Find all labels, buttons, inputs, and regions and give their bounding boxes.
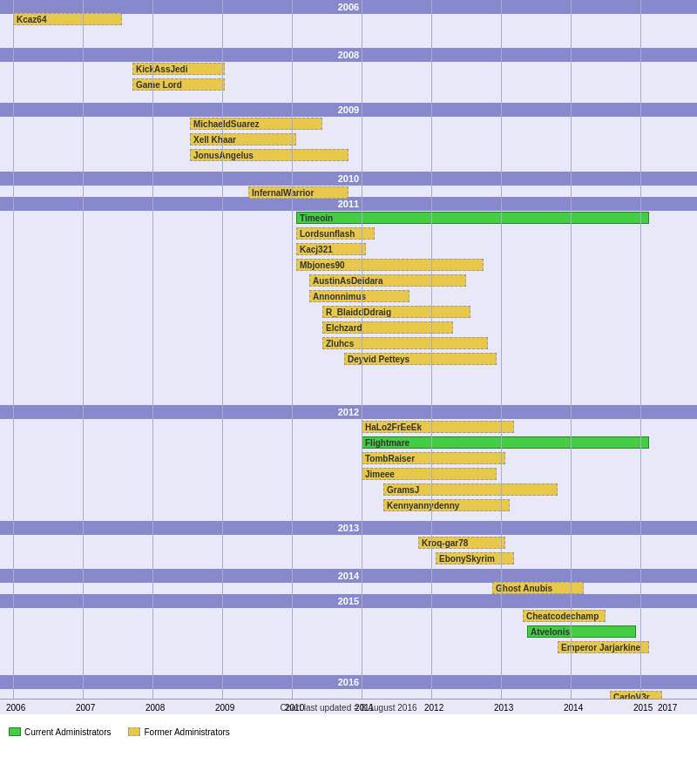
year-header-2010: 2010 bbox=[0, 172, 697, 186]
bar-tombraiser: TombRaiser bbox=[362, 452, 505, 464]
year-header-2009: 2009 bbox=[0, 103, 697, 117]
bar-atvelonis: Atvelonis bbox=[527, 625, 636, 638]
legend-former-label: Former Administrators bbox=[144, 727, 229, 737]
bar-infernalwarrior: InfernalWarrior bbox=[248, 186, 348, 199]
gridline-2009 bbox=[222, 0, 223, 699]
gridline-2010 bbox=[292, 0, 293, 699]
year-header-2012: 2012 bbox=[0, 405, 697, 419]
bar-gamelord: Game Lord bbox=[132, 78, 225, 91]
gridline-2015 bbox=[640, 0, 641, 699]
bar-jimeee: Jimeee bbox=[362, 468, 497, 480]
year-header-2006: 2006 bbox=[0, 0, 697, 14]
bar-annonnimus: Annonnimus bbox=[309, 290, 409, 302]
bar-kcaz64: Kcaz64 bbox=[13, 13, 122, 25]
bar-rblaiddddraig: R_BlaiddDdraig bbox=[322, 306, 470, 318]
gridline-2013 bbox=[501, 0, 502, 699]
bar-austinsasdeidara: AustinAsDeidara bbox=[309, 274, 466, 287]
bar-deyvidpetteys: Deyvid Petteys bbox=[344, 353, 497, 365]
bar-zluhcs: Zluhcs bbox=[322, 337, 488, 349]
gridline-2007 bbox=[83, 0, 84, 699]
gridline-2006 bbox=[13, 0, 14, 699]
bar-kacj321: Kacj321 bbox=[296, 243, 366, 255]
bar-lordsunflash: Lordsunflash bbox=[296, 227, 375, 240]
bar-elchzard: Elchzard bbox=[322, 321, 453, 334]
year-header-2013: 2013 bbox=[0, 521, 697, 535]
gridline-2011 bbox=[362, 0, 362, 699]
year-header-2015: 2015 bbox=[0, 594, 697, 608]
legend-former-box bbox=[128, 727, 140, 736]
bar-gramsj: GramsJ bbox=[383, 483, 558, 496]
bar-cheatcodechamp: Cheatcodechamp bbox=[523, 610, 606, 622]
legend-current: Current Administrators bbox=[9, 727, 111, 737]
bar-kickassjedi: KickAssJedi bbox=[132, 63, 225, 75]
year-header-2014: 2014 bbox=[0, 569, 697, 583]
bar-xellkhaar: Xell Khaar bbox=[190, 133, 296, 145]
bar-flightmare: Flightmare bbox=[362, 436, 649, 449]
legend-former: Former Administrators bbox=[128, 727, 229, 737]
gridline-2014 bbox=[571, 0, 572, 699]
gridline-2012 bbox=[431, 0, 432, 699]
bar-halo2freek: HaLo2FrEeEk bbox=[362, 421, 514, 433]
year-header-2008: 2008 bbox=[0, 48, 697, 62]
bar-timeoin: Timeoin bbox=[296, 212, 649, 224]
legend-current-label: Current Administrators bbox=[24, 727, 111, 737]
year-header-2016: 2016 bbox=[0, 675, 697, 689]
bar-kennyannydenny: Kennyannydenny bbox=[383, 499, 510, 511]
gridline-2008 bbox=[152, 0, 153, 699]
year-header-2011: 2011 bbox=[0, 197, 697, 211]
chart-title: Chart last updated = 8 August 2016 bbox=[0, 703, 697, 713]
bar-jonusangelus: JonusAngelus bbox=[190, 149, 348, 161]
chart-container: 2006 2008 2009 2010 2011 2012 2013 2014 … bbox=[0, 0, 697, 749]
bar-michaeldsuarez: MichaeldSuarez bbox=[190, 118, 322, 130]
legend-current-box bbox=[9, 727, 21, 736]
bar-mbjones90: Mbjones90 bbox=[296, 259, 484, 271]
legend: Current Administrators Former Administra… bbox=[0, 714, 697, 749]
bar-ebonyskyrim: EbonySkyrim bbox=[436, 552, 514, 564]
